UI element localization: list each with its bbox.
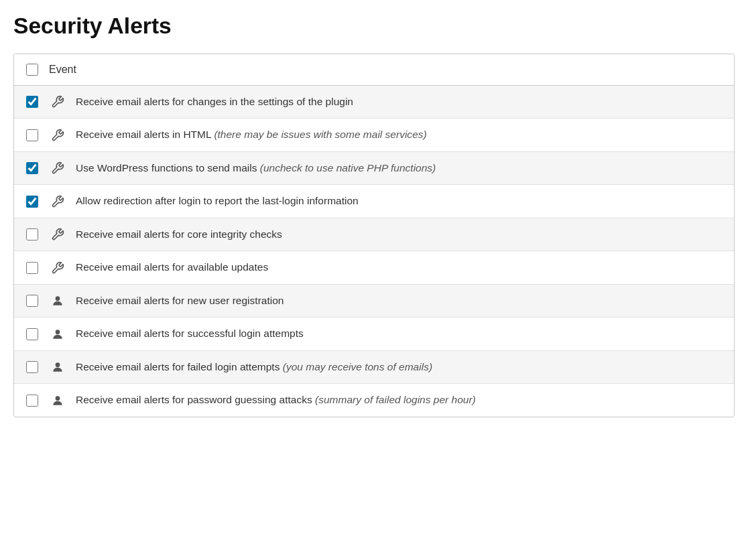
row-6-checkbox-wrap[interactable]: [25, 261, 40, 275]
row-2-label: Receive email alerts in HTML (there may …: [76, 127, 427, 142]
wrench-icon: [49, 261, 66, 275]
wrench-icon: [49, 228, 66, 241]
table-row: Receive email alerts in HTML (there may …: [14, 119, 734, 151]
wrench-icon: [49, 95, 66, 109]
table-row: Receive email alerts for failed login at…: [14, 351, 734, 384]
row-6-checkbox[interactable]: [26, 262, 38, 274]
row-4-checkbox[interactable]: [26, 196, 38, 208]
user-icon: [49, 328, 66, 341]
row-3-checkbox[interactable]: [26, 162, 38, 174]
user-icon: [49, 394, 66, 407]
row-3-checkbox-wrap[interactable]: [25, 161, 40, 176]
table-row: Receive email alerts for new user regist…: [14, 285, 734, 318]
row-4-label: Allow redirection after login to report …: [76, 194, 359, 208]
row-9-checkbox[interactable]: [26, 361, 38, 373]
row-7-checkbox-wrap[interactable]: [25, 293, 40, 308]
svg-point-3: [56, 396, 60, 401]
row-5-checkbox[interactable]: [26, 228, 38, 240]
select-all-checkbox[interactable]: [26, 64, 38, 76]
table-row: Receive email alerts for available updat…: [14, 251, 734, 284]
row-1-label: Receive email alerts for changes in the …: [76, 94, 353, 109]
table-header-row: Event: [14, 54, 734, 86]
row-4-checkbox-wrap[interactable]: [25, 194, 40, 209]
wrench-icon: [49, 195, 66, 208]
page-title: Security Alerts: [13, 13, 735, 39]
table-row: Receive email alerts for changes in the …: [14, 86, 734, 119]
row-2-checkbox-wrap[interactable]: [25, 128, 40, 143]
row-1-checkbox-wrap[interactable]: [25, 94, 40, 109]
event-column-header: Event: [49, 64, 76, 76]
row-6-label: Receive email alerts for available updat…: [76, 260, 268, 275]
table-row: Receive email alerts for successful logi…: [14, 318, 734, 350]
wrench-icon: [49, 129, 66, 142]
row-3-label: Use WordPress functions to send mails (u…: [76, 161, 436, 176]
row-7-checkbox[interactable]: [26, 295, 38, 307]
svg-point-2: [56, 362, 60, 367]
row-2-checkbox[interactable]: [26, 129, 38, 141]
row-10-checkbox-wrap[interactable]: [25, 393, 40, 408]
wrench-icon: [49, 161, 66, 175]
table-row: Receive email alerts for core integrity …: [14, 218, 734, 251]
svg-point-1: [56, 330, 60, 334]
row-10-checkbox[interactable]: [26, 395, 38, 407]
table-row: Allow redirection after login to report …: [14, 185, 734, 218]
row-5-label: Receive email alerts for core integrity …: [76, 227, 282, 242]
row-8-checkbox-wrap[interactable]: [25, 327, 40, 342]
svg-point-0: [56, 296, 60, 301]
row-1-checkbox[interactable]: [26, 96, 38, 108]
row-7-label: Receive email alerts for new user regist…: [76, 293, 284, 308]
table-row: Use WordPress functions to send mails (u…: [14, 152, 734, 185]
row-10-label: Receive email alerts for password guessi…: [76, 393, 476, 407]
row-5-checkbox-wrap[interactable]: [25, 227, 40, 242]
table-rows-container: Receive email alerts for changes in the …: [14, 86, 734, 417]
table-row: Receive email alerts for password guessi…: [14, 384, 734, 416]
row-9-label: Receive email alerts for failed login at…: [76, 360, 432, 374]
row-8-checkbox[interactable]: [26, 328, 38, 340]
row-9-checkbox-wrap[interactable]: [25, 360, 40, 374]
user-icon: [49, 360, 66, 374]
security-alerts-table: Event Receive email alerts for changes i…: [13, 54, 735, 417]
row-8-label: Receive email alerts for successful logi…: [76, 326, 304, 341]
header-checkbox-wrap[interactable]: [25, 62, 40, 77]
user-icon: [49, 294, 66, 307]
